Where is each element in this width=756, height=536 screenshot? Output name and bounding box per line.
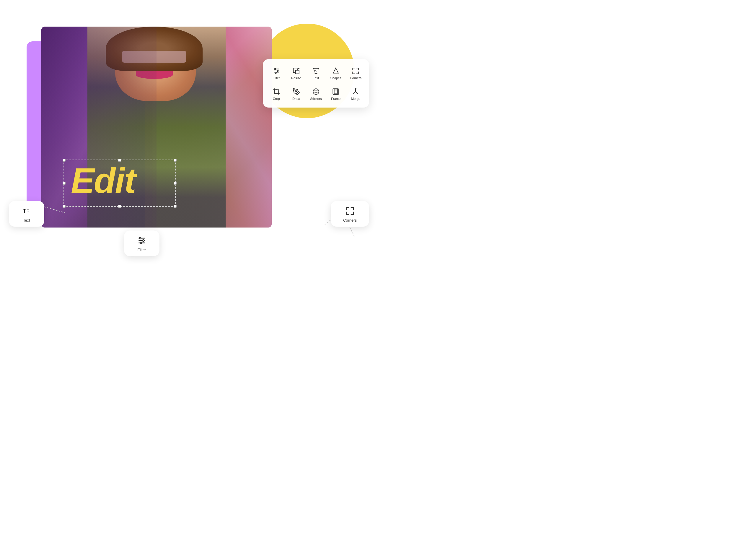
filter-icon	[272, 67, 281, 75]
crop-label: Crop	[273, 97, 280, 100]
resize-icon	[292, 67, 300, 75]
svg-point-15	[295, 91, 297, 92]
corners-icon	[351, 67, 360, 75]
filter-label: Filter	[272, 76, 280, 80]
toolbar-text-button[interactable]: T T Text	[307, 64, 325, 82]
handle-bottom-right[interactable]	[173, 205, 176, 208]
photo-area: Edit	[41, 27, 272, 227]
stickers-label: Stickers	[310, 97, 322, 100]
merge-icon	[351, 87, 360, 96]
main-canvas: Edit	[27, 18, 278, 242]
svg-text:T: T	[27, 209, 29, 213]
float-corners-label: Corners	[343, 218, 357, 222]
svg-point-9	[275, 72, 276, 73]
draw-label: Draw	[292, 97, 300, 100]
float-filter-label: Filter	[138, 248, 146, 252]
toolbar-corners-button[interactable]: Corners	[347, 64, 364, 82]
frame-label: Frame	[331, 97, 340, 100]
handle-top-left[interactable]	[63, 159, 66, 162]
svg-rect-11	[296, 70, 299, 74]
float-filter-icon	[137, 236, 146, 245]
handle-top-right[interactable]	[173, 159, 176, 162]
svg-point-8	[277, 70, 278, 72]
resize-label: Resize	[291, 76, 301, 80]
svg-text:T: T	[316, 70, 317, 72]
float-filter-card[interactable]: Filter	[124, 230, 159, 256]
svg-rect-19	[333, 89, 339, 94]
svg-rect-20	[334, 90, 337, 93]
svg-text:T: T	[23, 208, 26, 214]
handle-middle-left[interactable]	[63, 182, 66, 185]
selection-box	[63, 159, 176, 207]
corners-label: Corners	[350, 76, 362, 80]
merge-label: Merge	[351, 97, 360, 100]
draw-icon	[292, 87, 300, 96]
text-icon: T T	[312, 67, 320, 75]
stickers-icon	[312, 87, 320, 96]
toolbar-draw-button[interactable]: Draw	[287, 84, 305, 103]
svg-point-33	[140, 242, 142, 244]
svg-rect-14	[274, 90, 278, 94]
svg-point-7	[274, 68, 275, 69]
crop-icon	[272, 87, 281, 96]
svg-point-31	[140, 237, 141, 239]
handle-top-middle[interactable]	[118, 159, 121, 162]
float-text-card[interactable]: T T Text	[9, 201, 44, 227]
shapes-icon	[331, 67, 340, 75]
text-label: Text	[313, 76, 319, 80]
float-text-icon: T T	[22, 206, 31, 216]
toolbar-stickers-button[interactable]: Stickers	[307, 84, 325, 103]
shapes-label: Shapes	[331, 76, 341, 80]
frame-icon	[331, 87, 340, 96]
float-corners-card[interactable]: Corners	[331, 201, 369, 227]
toolbar-crop-button[interactable]: Crop	[268, 84, 285, 103]
toolbar-filter-button[interactable]: Filter	[268, 64, 285, 82]
toolbar-merge-button[interactable]: Merge	[347, 84, 364, 103]
handle-bottom-left[interactable]	[63, 205, 66, 208]
svg-point-32	[142, 240, 144, 241]
float-text-label: Text	[23, 218, 30, 222]
handle-middle-right[interactable]	[173, 182, 176, 185]
handle-bottom-middle[interactable]	[118, 205, 121, 208]
svg-point-16	[313, 89, 319, 94]
svg-point-25	[355, 88, 356, 89]
toolbar-panel: Filter Resize T T Text	[263, 59, 369, 108]
toolbar-frame-button[interactable]: Frame	[327, 84, 345, 103]
float-corners-icon	[345, 206, 355, 216]
toolbar-resize-button[interactable]: Resize	[287, 64, 305, 82]
toolbar-shapes-button[interactable]: Shapes	[327, 64, 345, 82]
